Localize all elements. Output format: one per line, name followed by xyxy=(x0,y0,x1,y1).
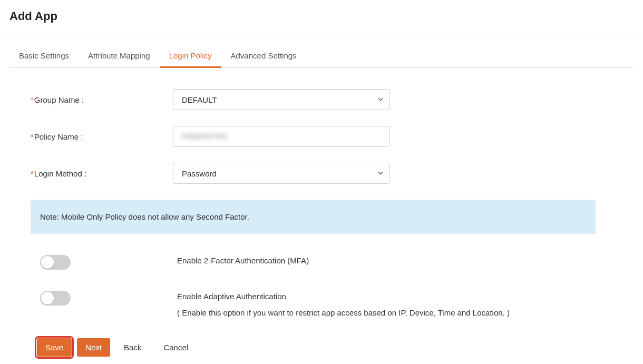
row-adaptive-toggle: Enable Adaptive Authentication ( Enable … xyxy=(31,291,612,317)
row-mfa-toggle: Enable 2-Factor Authentication (MFA) xyxy=(31,255,612,270)
toggle-knob xyxy=(41,292,54,304)
page-header: Add App xyxy=(0,0,643,35)
tab-login-policy[interactable]: Login Policy xyxy=(160,45,221,67)
mfa-toggle[interactable] xyxy=(40,255,71,270)
tabs: Basic Settings Attribute Mapping Login P… xyxy=(9,45,634,68)
required-marker: * xyxy=(31,132,34,141)
save-button[interactable]: Save xyxy=(37,338,72,357)
tab-advanced-settings[interactable]: Advanced Settings xyxy=(221,45,306,67)
row-policy-name: *Policy Name : redacted text xyxy=(31,126,612,147)
back-button[interactable]: Back xyxy=(115,338,150,357)
adaptive-toggle-label: Enable Adaptive Authentication xyxy=(177,292,612,301)
row-group-name: *Group Name : xyxy=(31,89,612,110)
login-method-select[interactable] xyxy=(173,163,390,184)
label-policy-name: *Policy Name : xyxy=(31,132,173,141)
button-row: Save Next Back Cancel xyxy=(31,338,612,357)
adaptive-toggle-text-block: Enable Adaptive Authentication ( Enable … xyxy=(177,291,612,317)
adaptive-toggle[interactable] xyxy=(40,291,71,306)
required-marker: * xyxy=(31,95,34,104)
label-group-name: *Group Name : xyxy=(31,95,173,104)
page-title: Add App xyxy=(9,9,634,23)
policy-name-redacted: redacted text xyxy=(181,131,227,140)
row-login-method: *Login Method : xyxy=(31,163,612,184)
required-marker: * xyxy=(31,169,34,178)
note-box: Note: Mobile Only Policy does not allow … xyxy=(31,200,596,234)
adaptive-toggle-sublabel: ( Enable this option if you want to rest… xyxy=(177,308,612,317)
tab-attribute-mapping[interactable]: Attribute Mapping xyxy=(79,45,160,67)
group-name-select[interactable] xyxy=(173,89,390,110)
mfa-toggle-label: Enable 2-Factor Authentication (MFA) xyxy=(177,255,612,265)
tab-basic-settings[interactable]: Basic Settings xyxy=(9,45,79,67)
cancel-button[interactable]: Cancel xyxy=(155,338,197,357)
toggle-knob xyxy=(41,256,54,269)
label-login-method: *Login Method : xyxy=(31,169,173,178)
next-button[interactable]: Next xyxy=(77,338,110,357)
